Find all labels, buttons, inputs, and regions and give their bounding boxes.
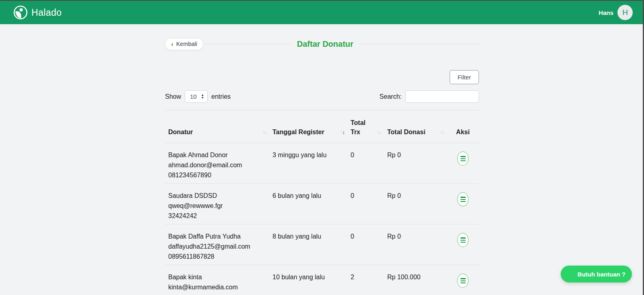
sort-icon[interactable]: ↑↓ [341,129,344,137]
row-actions-button[interactable] [457,152,469,166]
cell-registered: 10 bulan yang lalu [269,265,347,295]
window-edge-top [0,0,644,1]
cell-total-donasi: Rp 0 [384,184,447,224]
donor-email: ahmad.donor@email.com [168,160,266,170]
cell-registered: 8 bulan yang lalu [269,224,347,265]
cell-total-donasi: Rp 100.000 [384,265,447,295]
donor-phone: 32424242 [168,211,266,221]
donor-name: Bapak Ahmad Donor [168,150,266,160]
brand-name: Halado [31,7,62,18]
top-navbar: Halado Hans H [0,1,644,24]
row-actions-button[interactable] [457,274,469,288]
column-header-tanggal-register[interactable]: Tanggal Register↑↓ [269,110,347,143]
sort-icon[interactable]: ↑↓ [377,129,381,137]
show-label: Show [165,93,181,100]
donor-table: Donatur↑↓Tanggal Register↑↓Total Trx↑↓To… [165,110,479,295]
avatar-initial: H [622,8,628,17]
column-label: Aksi [456,127,470,137]
page-header: ‹ Kembali Daftar Donatur [165,38,479,50]
donor-name: Bapak kinta [168,272,266,282]
cell-donor: Bapak kintakinta@kurmamedia.com [165,265,269,295]
donor-name: Bapak Daffa Putra Yudha [168,231,266,241]
menu-icon [460,156,466,161]
column-header-total-donasi[interactable]: Total Donasi↑↓ [384,110,447,143]
cell-total-donasi: Rp 0 [384,224,447,265]
main-content: ‹ Kembali Daftar Donatur Filter Show 10 … [165,0,479,295]
chevron-left-icon: ‹ [171,41,173,48]
search-group: Search: [380,90,479,103]
donor-email: daffayudha2125@gmail.com [168,241,266,251]
menu-icon [460,278,466,283]
donor-name: Saudara DSDSD [168,191,266,201]
column-header-donatur[interactable]: Donatur↑↓ [165,110,269,143]
page-title: Daftar Donatur [297,39,353,49]
cell-donor: Bapak Ahmad Donorahmad.donor@email.com08… [165,143,269,184]
donor-email: qweq@rewwwe.fgr [168,201,266,211]
page-size-value: 10 [190,93,197,100]
cell-actions [447,224,479,265]
table-row: Bapak Daffa Putra Yudhadaffayudha2125@gm… [165,224,479,265]
cell-actions [447,265,479,295]
table-controls: Show 10 ▲▼ entries Search: [165,90,479,103]
cell-total-trx: 2 [347,265,384,295]
table-header-row: Donatur↑↓Tanggal Register↑↓Total Trx↑↓To… [165,110,479,143]
back-button-label: Kembali [176,41,197,47]
menu-icon [460,237,466,243]
donor-phone [168,292,266,295]
search-input[interactable] [405,90,479,103]
user-avatar[interactable]: H [617,5,633,20]
sort-icon[interactable]: ↑↓ [440,129,444,137]
page-size-group: Show 10 ▲▼ entries [165,90,231,103]
cell-donor: Bapak Daffa Putra Yudhadaffayudha2125@gm… [165,224,269,265]
back-button[interactable]: ‹ Kembali [165,38,203,50]
table-row: Bapak kintakinta@kurmamedia.com10 bulan … [165,265,479,295]
search-label: Search: [380,93,402,100]
cell-donor: Saudara DSDSDqweq@rewwwe.fgr32424242 [165,184,269,224]
cell-total-trx: 0 [347,143,384,184]
halado-logo-icon [13,5,28,20]
column-header-total-trx[interactable]: Total Trx↑↓ [347,110,384,143]
column-label: Tanggal Register [272,127,324,137]
table-row: Bapak Ahmad Donorahmad.donor@email.com08… [165,143,479,184]
filter-button[interactable]: Filter [450,70,479,84]
column-header-aksi: Aksi [447,110,479,143]
select-arrows-icon: ▲▼ [201,94,204,99]
header-divider-left [205,44,291,44]
menu-icon [460,197,466,202]
cell-registered: 6 bulan yang lalu [269,184,347,224]
app-screen: Halado Hans H ‹ Kembali Daftar Donatur F… [0,0,644,295]
cell-total-donasi: Rp 0 [384,143,447,184]
row-actions-button[interactable] [457,192,469,206]
filter-row: Filter [165,70,479,84]
cell-total-trx: 0 [347,224,384,265]
entries-label: entries [211,93,231,100]
table-row: Saudara DSDSDqweq@rewwwe.fgr324242426 bu… [165,184,479,224]
cell-actions [447,143,479,184]
user-name: Hans [599,9,613,16]
cell-registered: 3 minggu yang lalu [269,143,347,184]
column-label: Donatur [168,127,193,137]
page-size-select[interactable]: 10 ▲▼ [185,90,208,103]
column-label: Total Donasi [387,127,425,137]
sort-icon[interactable]: ↑↓ [262,129,266,137]
brand-logo[interactable]: Halado [13,5,62,20]
donor-phone: 0895611867828 [168,251,266,262]
donor-phone: 081234567890 [168,170,266,180]
cell-actions [447,184,479,224]
column-label: Total Trx [351,118,376,137]
row-actions-button[interactable] [457,233,469,247]
account-area: Hans H [599,5,633,20]
header-divider-right [359,44,479,44]
donor-email: kinta@kurmamedia.com [168,282,266,292]
cell-total-trx: 0 [347,184,384,224]
help-button[interactable]: Butuh bantuan ? [561,266,632,283]
